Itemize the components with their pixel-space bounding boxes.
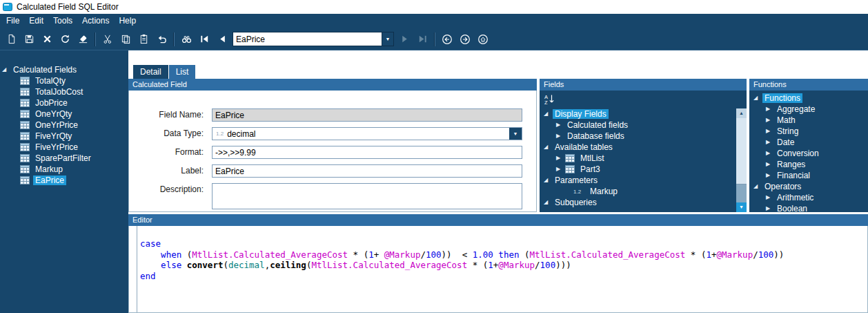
- fields-tree-item-available-tables[interactable]: ◢Available tables: [540, 142, 736, 153]
- sidebar-item-fiveyrqty[interactable]: FiveYrQty: [0, 131, 128, 142]
- new-document-icon: [6, 34, 17, 44]
- calculated-field-icon: [20, 132, 30, 140]
- calculated-field-form: Field Name: Data Type: 1.2 decimal ▼: [128, 91, 537, 212]
- first-record-button[interactable]: [195, 30, 213, 48]
- fields-tree-item-mtllist[interactable]: ▶MtlList: [540, 153, 736, 164]
- sidebar-item-fiveyrprice[interactable]: FiveYrPrice: [0, 142, 128, 153]
- functions-tree-item-string[interactable]: ▶String: [749, 126, 868, 137]
- format-input[interactable]: [212, 146, 522, 159]
- functions-tree-item-date[interactable]: ▶Date: [749, 137, 868, 148]
- sidebar-item-markup[interactable]: Markup: [0, 164, 128, 175]
- previous-record-button[interactable]: [213, 30, 231, 48]
- tree-collapsed-icon[interactable]: ▶: [766, 192, 775, 203]
- sidebar-item-eaprice[interactable]: EaPrice: [0, 175, 128, 186]
- nav-forward-button[interactable]: [456, 30, 474, 48]
- sidebar-item-totalqty[interactable]: TotalQty: [0, 75, 128, 86]
- fields-tree-item-part3[interactable]: ▶Part3: [540, 164, 736, 175]
- save-button[interactable]: [20, 30, 38, 48]
- scroll-down-button[interactable]: ▼: [736, 202, 747, 212]
- functions-tree-item-aggregate[interactable]: ▶Aggregate: [749, 104, 868, 115]
- clear-button[interactable]: [74, 30, 92, 48]
- menu-bar: FileEditToolsActionsHelp: [0, 14, 868, 28]
- tree-expanded-icon[interactable]: ◢: [753, 181, 762, 192]
- tree-collapsed-icon[interactable]: ▶: [766, 115, 775, 126]
- tree-collapsed-icon[interactable]: ▶: [766, 148, 775, 159]
- menu-file[interactable]: File: [1, 14, 24, 28]
- functions-tree-item-operators[interactable]: ◢Operators: [749, 181, 868, 192]
- table-icon: [565, 154, 575, 162]
- sidebar-item-oneyrprice[interactable]: OneYrPrice: [0, 120, 128, 131]
- sidebar-item-sparepartfilter[interactable]: SparePartFilter: [0, 153, 128, 164]
- tab-detail[interactable]: Detail: [133, 65, 168, 79]
- delete-button[interactable]: [38, 30, 56, 48]
- nav-back-button[interactable]: [438, 30, 456, 48]
- sidebar-item-oneyrqty[interactable]: OneYrQty: [0, 108, 128, 120]
- tab-list[interactable]: List: [169, 65, 196, 79]
- nav-back-icon: [442, 34, 453, 45]
- record-combo-input[interactable]: [233, 32, 382, 46]
- tree-expanded-icon[interactable]: ◢: [753, 93, 762, 104]
- record-combo[interactable]: ▼: [233, 32, 394, 46]
- fields-tree-item-calculated-fields[interactable]: ▶Calculated fields: [540, 120, 736, 131]
- tree-expanded-icon[interactable]: ◢: [544, 108, 553, 120]
- label-input[interactable]: [212, 164, 522, 178]
- editor-panel: Editor case when (MtlList.Calculated_Ave…: [128, 214, 868, 313]
- tree-collapsed-icon[interactable]: ▶: [766, 159, 775, 170]
- field-name-input[interactable]: [212, 108, 522, 122]
- tree-collapsed-icon[interactable]: ▶: [766, 203, 775, 212]
- data-type-combo[interactable]: 1.2 decimal ▼: [212, 127, 522, 140]
- tree-expanded-icon[interactable]: ◢: [544, 197, 553, 208]
- last-record-button[interactable]: [413, 30, 431, 48]
- fields-tree-item-markup[interactable]: 1.2Markup: [540, 186, 736, 197]
- nav-home-button[interactable]: [474, 30, 492, 48]
- new-document-button[interactable]: [2, 30, 20, 48]
- sidebar-item-totaljobcost[interactable]: TotalJobCost: [0, 86, 128, 97]
- paste-button[interactable]: [135, 30, 152, 48]
- record-combo-dropdown-button[interactable]: ▼: [382, 32, 393, 46]
- menu-edit[interactable]: Edit: [24, 14, 48, 28]
- fields-tree-item-database-fields[interactable]: ▶Database fields: [540, 131, 736, 142]
- sidebar-item-jobprice[interactable]: JobPrice: [0, 97, 128, 108]
- fields-tree-item-display-fields[interactable]: ◢Display Fields: [540, 108, 736, 120]
- menu-help[interactable]: Help: [114, 14, 141, 28]
- tree-collapsed-icon[interactable]: ▶: [556, 164, 565, 175]
- functions-tree-item-arithmetic[interactable]: ▶Arithmetic: [749, 192, 868, 203]
- menu-tools[interactable]: Tools: [48, 14, 77, 28]
- copy-button[interactable]: [117, 30, 135, 48]
- scroll-up-button[interactable]: ▲: [736, 108, 747, 118]
- tree-collapsed-icon[interactable]: ▶: [766, 170, 775, 181]
- fields-tree-item-parameters[interactable]: ◢Parameters: [540, 175, 736, 186]
- scroll-thumb[interactable]: [736, 118, 747, 184]
- functions-tree-item-conversion[interactable]: ▶Conversion: [749, 148, 868, 159]
- menu-actions[interactable]: Actions: [77, 14, 114, 28]
- tree-expanded-icon[interactable]: ◢: [544, 142, 553, 153]
- tree-expanded-icon[interactable]: ◢: [2, 64, 11, 75]
- description-textarea[interactable]: [212, 183, 522, 209]
- fields-scrollbar[interactable]: ▲ ▼: [736, 108, 747, 212]
- functions-tree-item-boolean[interactable]: ▶Boolean: [749, 203, 868, 212]
- tree-collapsed-icon[interactable]: ▶: [556, 120, 565, 131]
- functions-tree-item-math[interactable]: ▶Math: [749, 115, 868, 126]
- sort-button[interactable]: AZ: [544, 93, 555, 106]
- tree-collapsed-icon[interactable]: ▶: [556, 131, 565, 142]
- cut-icon: [103, 34, 113, 44]
- cut-button[interactable]: [99, 30, 117, 48]
- tree-collapsed-icon[interactable]: ▶: [766, 126, 775, 137]
- sidebar-root[interactable]: ◢ Calculated Fields: [0, 64, 128, 75]
- find-button[interactable]: [177, 30, 195, 48]
- toolbar-separator: [95, 32, 96, 46]
- functions-tree-item-functions[interactable]: ◢Functions: [749, 93, 868, 104]
- data-type-dropdown-button[interactable]: ▼: [509, 128, 522, 140]
- tree-expanded-icon[interactable]: ◢: [544, 175, 553, 186]
- code-area[interactable]: case when (MtlList.Calculated_AverageCos…: [137, 226, 867, 312]
- functions-tree-item-financial[interactable]: ▶Financial: [749, 170, 868, 181]
- nav-home-icon: [477, 34, 489, 45]
- functions-tree-item-ranges[interactable]: ▶Ranges: [749, 159, 868, 170]
- next-record-button[interactable]: [395, 30, 413, 48]
- tree-collapsed-icon[interactable]: ▶: [766, 137, 775, 148]
- undo-button[interactable]: [152, 30, 170, 48]
- tree-collapsed-icon[interactable]: ▶: [556, 153, 565, 164]
- fields-tree-item-subqueries[interactable]: ◢Subqueries: [540, 197, 736, 208]
- tree-collapsed-icon[interactable]: ▶: [766, 104, 775, 115]
- refresh-button[interactable]: [56, 30, 74, 48]
